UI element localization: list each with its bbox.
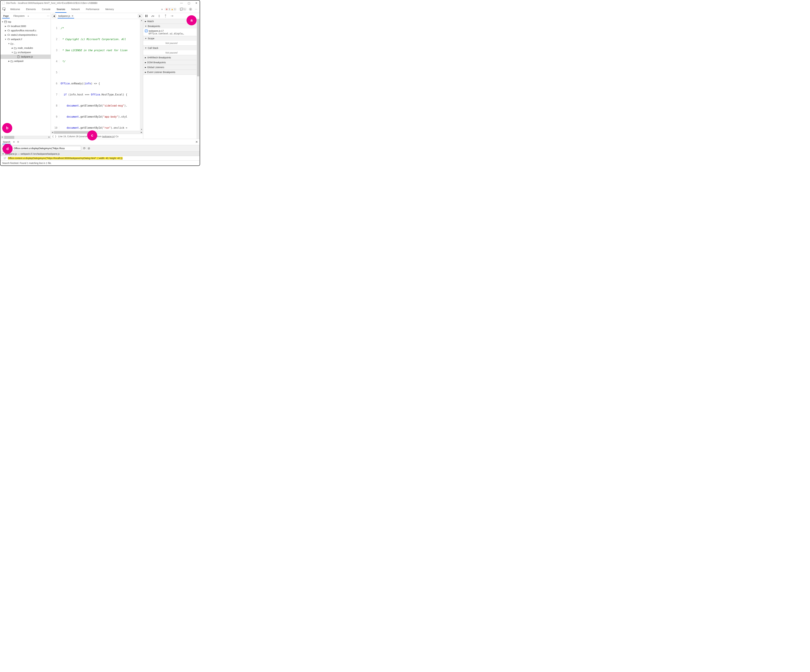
svg-rect-12: [145, 15, 146, 17]
svg-line-6: [189, 8, 190, 8]
more-tabs-icon[interactable]: »: [161, 8, 163, 11]
xhr-panel-header[interactable]: ▶XHR/fetch Breakpoints: [143, 55, 199, 60]
pretty-print-icon[interactable]: { }: [52, 135, 56, 138]
file-tab-taskpane[interactable]: taskpane.js ✕: [57, 14, 74, 18]
step-over-icon[interactable]: [151, 14, 154, 17]
refresh-icon[interactable]: ⟳: [83, 147, 86, 150]
info-icon: 💬: [180, 8, 183, 11]
close-drawer-icon[interactable]: ✕: [196, 140, 198, 144]
cloud-icon: [7, 34, 10, 36]
checkbox-icon[interactable]: ✓: [145, 30, 148, 32]
kebab-icon[interactable]: ⋯: [194, 7, 198, 11]
cloud-icon: [7, 30, 10, 32]
svg-point-1: [190, 8, 191, 10]
tree-item-webpack-folder[interactable]: ▶webpack: [0, 59, 51, 63]
tab-performance[interactable]: Performance: [83, 5, 102, 13]
file-tree: ▼top ▶localhost:3000 ▶appsforoffice.micr…: [0, 19, 51, 136]
search-result-row[interactable]: 17 Office.context.ui.displayDialogAsync(…: [0, 156, 199, 160]
tree-item-localhost[interactable]: ▶localhost:3000: [0, 24, 51, 29]
tab-memory[interactable]: Memory: [102, 5, 117, 13]
search-result-file-header[interactable]: ▼taskpane.js — webpack:///./src/taskpane…: [0, 152, 199, 156]
svg-line-8: [191, 8, 192, 8]
right-vscrollbar[interactable]: [197, 19, 199, 139]
file-icon: [17, 56, 20, 58]
more-page-tabs-icon[interactable]: »: [28, 15, 29, 17]
callout-a: a: [187, 15, 197, 25]
window-icon: [4, 21, 7, 23]
error-icon: ⊗: [166, 8, 168, 10]
app-icon: [2, 2, 5, 4]
tree-hscrollbar[interactable]: ◀▶: [0, 136, 51, 139]
close-file-icon[interactable]: ✕: [71, 15, 74, 17]
source-map-link[interactable]: taskpane.js: [102, 135, 114, 138]
nav-back-icon[interactable]: ◀: [52, 14, 56, 18]
folder-icon: [14, 47, 17, 49]
svg-rect-0: [3, 8, 5, 10]
breakpoint-item[interactable]: ✓ taskpane.js:17 Office.context.ui.displ…: [145, 30, 198, 35]
minimize-button[interactable]: —: [180, 2, 183, 5]
close-button[interactable]: ✕: [194, 2, 198, 5]
step-out-icon[interactable]: [164, 14, 167, 17]
cloud-icon: [7, 25, 10, 27]
tree-item-appsforoffice[interactable]: ▶appsforoffice.microsoft.c: [0, 29, 51, 33]
tree-item-node-modules[interactable]: ▶node_modules: [0, 46, 51, 50]
editor-hscrollbar[interactable]: ◀▶: [51, 131, 143, 134]
scope-not-paused: Not paused: [143, 41, 199, 45]
step-into-icon[interactable]: [158, 14, 161, 17]
clear-icon[interactable]: ⊘: [88, 147, 90, 150]
tree-item-webpack[interactable]: ▼webpack://: [0, 37, 51, 41]
filesystem-tab[interactable]: Filesystem: [12, 13, 26, 18]
tree-item-dot[interactable]: ▼.: [0, 41, 51, 46]
svg-line-9: [189, 10, 190, 10]
page-kebab-icon[interactable]: ⋯: [47, 15, 50, 17]
tree-item-src-taskpane[interactable]: ▼src/taskpane: [0, 50, 51, 54]
devtools-toolbar: Welcome Elements Console Sources Network…: [0, 5, 199, 13]
window-title: DevTools - localhost:3000/taskpane.html?…: [6, 2, 98, 4]
tree-item-static2[interactable]: ▶static2.sharepointonline.c: [0, 33, 51, 37]
svg-line-7: [191, 10, 192, 10]
gear-icon[interactable]: [189, 7, 192, 11]
search-input[interactable]: [12, 146, 81, 151]
tree-item-top[interactable]: ▼top: [0, 20, 51, 24]
svg-point-14: [152, 17, 152, 17]
folder-icon: [10, 43, 14, 45]
callout-b: b: [2, 123, 12, 133]
tab-console[interactable]: Console: [39, 5, 53, 13]
tab-network[interactable]: Network: [68, 5, 83, 13]
titlebar: DevTools - localhost:3000/taskpane.html?…: [0, 0, 199, 5]
svg-point-18: [165, 17, 166, 17]
tab-elements[interactable]: Elements: [23, 5, 39, 13]
inspect-element-icon[interactable]: [2, 7, 7, 12]
search-tab[interactable]: Search: [2, 140, 11, 144]
svg-rect-10: [4, 21, 7, 23]
warning-icon: ▲: [171, 8, 174, 10]
dom-panel-header[interactable]: ▶DOM Breakpoints: [143, 60, 199, 65]
page-tab[interactable]: Page: [2, 13, 10, 18]
maximize-button[interactable]: ▢: [187, 2, 191, 5]
tab-sources[interactable]: Sources: [54, 5, 68, 13]
callout-d: d: [3, 144, 13, 154]
svg-point-16: [159, 17, 159, 17]
callstack-panel-header[interactable]: ▼Call Stack: [143, 45, 199, 51]
add-tab-icon[interactable]: +: [17, 140, 19, 144]
callstack-not-paused: Not paused: [143, 51, 199, 55]
scope-panel-header[interactable]: ▼Scope: [143, 36, 199, 41]
tree-item-taskpane-js[interactable]: taskpane.js: [0, 54, 51, 59]
folder-icon: [14, 51, 17, 54]
cloud-icon: [7, 38, 10, 40]
pause-icon[interactable]: [145, 14, 148, 17]
error-warning-badge[interactable]: ⊗1 ▲1: [164, 8, 177, 11]
nav-forward-icon[interactable]: ▶: [138, 14, 142, 18]
tab-welcome[interactable]: Welcome: [7, 5, 23, 13]
global-listeners-panel-header[interactable]: ▶Global Listeners: [143, 65, 199, 70]
callout-c: c: [87, 130, 97, 140]
event-listener-panel-header[interactable]: ▶Event Listener Breakpoints: [143, 70, 199, 74]
svg-point-20: [173, 15, 174, 16]
editor-vscrollbar[interactable]: ▲▼: [140, 19, 143, 131]
search-status: Search finished. Found 1 matching line i…: [0, 160, 199, 165]
source-editor[interactable]: 1/* 2 * Copyright (c) Microsoft Corporat…: [51, 19, 140, 131]
step-icon[interactable]: [170, 14, 174, 17]
info-badge[interactable]: 💬1: [179, 7, 187, 11]
folder-icon: [10, 60, 14, 62]
close-search-tab-icon[interactable]: ✕: [13, 141, 15, 143]
